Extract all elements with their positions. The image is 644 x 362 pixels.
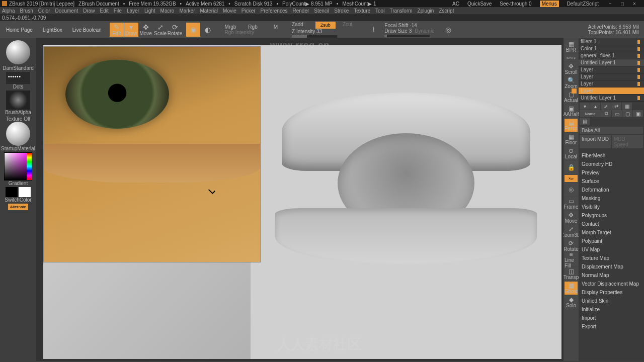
spix-slider[interactable]: SPix 3	[565, 54, 578, 61]
menu-marker[interactable]: Marker	[179, 8, 195, 14]
menu-macro[interactable]: Macro	[160, 8, 175, 14]
panel-display-properties[interactable]: Display Properties	[579, 288, 644, 297]
live-boolean-button[interactable]: Live Boolean	[68, 25, 106, 35]
center-button[interactable]: ◎	[565, 183, 578, 196]
texture-selector[interactable]: Texture OffStartupMaterial	[3, 116, 33, 151]
panel-normal-map[interactable]: Normal Map	[579, 271, 644, 280]
secondary-color-swatch[interactable]	[6, 187, 18, 197]
zsub-button[interactable]: Zsub	[315, 22, 336, 29]
mrgb-button[interactable]: Mrgb	[225, 24, 236, 30]
menu-alpha[interactable]: Alpha	[2, 8, 15, 14]
layer-up-button[interactable]: ▴	[590, 103, 600, 110]
scale-mode-button[interactable]: ⤢Scale	[153, 23, 168, 37]
layer-row[interactable]: fillers 1	[579, 38, 644, 45]
zadd-button[interactable]: Zadd	[292, 22, 303, 29]
transp-button[interactable]: ◫Transp	[565, 267, 578, 281]
menu-stencil[interactable]: Stencil	[314, 8, 329, 14]
menu-document[interactable]: Document	[55, 8, 78, 14]
rotate-mode-button[interactable]: ⟳Rotate	[168, 23, 182, 37]
z-intensity-bar[interactable]	[292, 35, 337, 38]
mdd-speed-slider[interactable]: MDD Speed	[612, 135, 643, 148]
panel-export[interactable]: Export	[579, 322, 644, 331]
layer-down-button[interactable]: ▾	[580, 103, 590, 110]
ac-label[interactable]: AC	[452, 1, 459, 7]
bpr-button[interactable]: ▦BPR	[565, 40, 578, 53]
menu-transform[interactable]: Transform	[389, 8, 412, 14]
panel-displacement-map[interactable]: Displacement Map	[579, 262, 644, 271]
menu-layer[interactable]: Layer	[127, 8, 139, 14]
zoom3d-button[interactable]: ⤢Zoom3D	[565, 225, 578, 238]
ghost-button[interactable]: ▦Ghost	[565, 282, 578, 295]
draw-size-bar[interactable]	[384, 35, 430, 37]
menu-zplugin[interactable]: Zplugin	[418, 8, 434, 14]
draw-mode-button[interactable]: ▾Draw	[124, 23, 138, 37]
viewport[interactable]: 人人素材社区	[43, 45, 561, 359]
color-picker[interactable]: Gradient SwitchColor Alternate	[3, 152, 33, 210]
zcut-button[interactable]: Zcut	[343, 22, 352, 29]
linefill-button[interactable]: ≡Line Fill	[565, 253, 578, 266]
home-page-button[interactable]: Home Page	[2, 25, 37, 35]
scroll-button[interactable]: ✥Scroll	[565, 62, 578, 75]
gizmo-button[interactable]: ◉	[186, 23, 200, 37]
layer-row[interactable]: general_fixes 1	[579, 52, 644, 59]
panel-vector-displacement-map[interactable]: Vector Displacement Map	[579, 280, 644, 288]
persp-button[interactable]: ▤Persp	[565, 119, 578, 132]
menu-light[interactable]: Light	[144, 8, 155, 14]
z-intensity-slider[interactable]: Z Intensity 33	[292, 29, 352, 34]
quicksave-button[interactable]: QuickSave	[467, 1, 492, 7]
stroke-selector[interactable]: Dots	[3, 72, 33, 89]
menu-preferences[interactable]: Preferences	[261, 8, 288, 14]
layer-opt1-button[interactable]: ▢	[622, 110, 632, 117]
layer-share-button[interactable]: ⇗	[601, 103, 611, 110]
layer-name-button[interactable]: Name	[580, 110, 601, 117]
color-picker-square[interactable]	[4, 152, 32, 180]
floor-button[interactable]: ▦Floor	[565, 133, 578, 146]
maximize-icon[interactable]: □	[619, 1, 626, 7]
panel-surface[interactable]: Surface	[579, 177, 644, 186]
lazy-mouse-icon[interactable]: ⌇	[366, 23, 380, 37]
panel-import[interactable]: Import	[579, 314, 644, 322]
close-icon[interactable]: ×	[631, 1, 638, 7]
move-mode-button[interactable]: ✥Move	[139, 23, 153, 37]
local-button[interactable]: ⊙Local	[565, 147, 578, 160]
panel-polygroups[interactable]: Polygroups	[579, 211, 644, 220]
primary-color-swatch[interactable]	[19, 187, 31, 197]
hue-strip[interactable]	[27, 153, 32, 180]
menu-draw[interactable]: Draw	[83, 8, 95, 14]
layer-row[interactable]: Layer	[579, 87, 644, 95]
menu-stroke[interactable]: Stroke	[334, 8, 349, 14]
menu-color[interactable]: Color	[38, 8, 50, 14]
reference-image[interactable]	[43, 46, 261, 262]
menu-picker[interactable]: Picker	[242, 8, 256, 14]
xyz-button[interactable]: Xyz	[565, 175, 578, 182]
zoom-button[interactable]: 🔍Zoom	[565, 76, 578, 89]
aahalf-button[interactable]: ▣AAHalf	[565, 105, 578, 118]
rgb-intensity-label[interactable]: Rgb Intensity	[225, 30, 278, 35]
frame-button[interactable]: ▭Frame	[565, 197, 578, 210]
layer-swap-button[interactable]: ⇄	[611, 103, 621, 110]
m-button[interactable]: M	[274, 24, 278, 30]
layer-opt2-button[interactable]: ▣	[633, 110, 643, 117]
menu-file[interactable]: File	[114, 8, 122, 14]
bake-all-button[interactable]: Bake All	[580, 127, 643, 134]
canvas-area[interactable]: www.rrcg.cn 人人素材社区	[36, 38, 564, 361]
menu-texture[interactable]: Texture	[354, 8, 370, 14]
panel-visibility[interactable]: Visibility	[579, 203, 644, 211]
solo-button[interactable]: ◆Solo	[565, 296, 578, 309]
panel-contact[interactable]: Contact	[579, 220, 644, 228]
lock-button[interactable]: 🔒	[565, 161, 578, 174]
default-zscript[interactable]: DefaultZScript	[567, 1, 599, 7]
brush-selector[interactable]: DamStandard	[3, 40, 33, 71]
panel-uv-map[interactable]: UV Map	[579, 245, 644, 254]
panel-deformation[interactable]: Deformation	[579, 186, 644, 194]
panel-texture-map[interactable]: Texture Map	[579, 254, 644, 262]
menu-material[interactable]: Material	[200, 8, 218, 14]
menu-brush[interactable]: Brush	[20, 8, 33, 14]
panel-geometry-hd[interactable]: Geometry HD	[579, 160, 644, 168]
menu-zscript[interactable]: Zscript	[439, 8, 454, 14]
brush-preview-icon[interactable]: ◎	[441, 23, 455, 37]
edit-mode-button[interactable]: ✎Edit	[110, 23, 124, 37]
panel-polypaint[interactable]: Polypaint	[579, 237, 644, 245]
dynamic-toggle[interactable]: Dynamic	[415, 28, 434, 34]
panel-unified-skin[interactable]: Unified Skin	[579, 297, 644, 305]
